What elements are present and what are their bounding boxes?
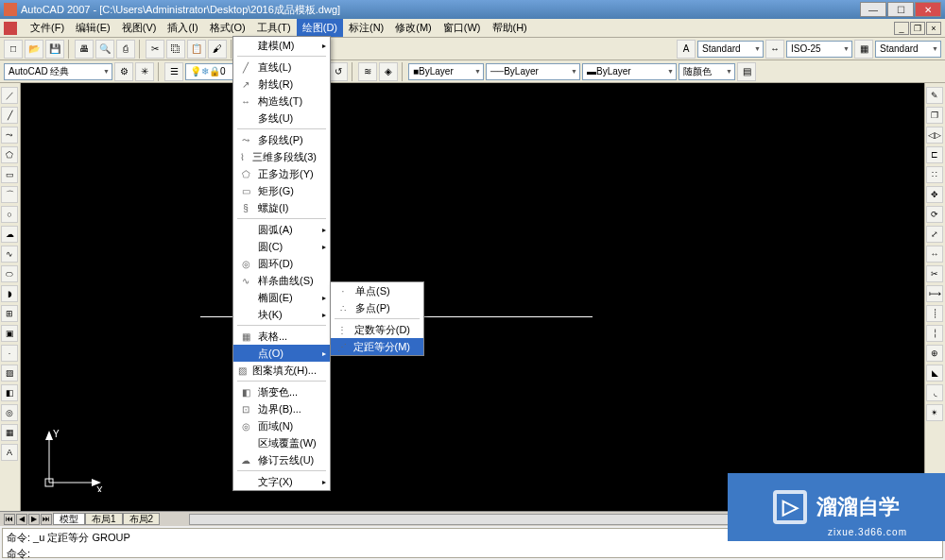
hatch-icon[interactable]: ▨: [1, 365, 18, 382]
ws-settings-icon[interactable]: ⚙: [114, 62, 133, 81]
mdi-close[interactable]: ×: [926, 22, 941, 35]
draw-polygon[interactable]: ⬠正多边形(Y): [233, 165, 330, 182]
point-single[interactable]: ·单点(S): [331, 282, 423, 299]
tab-prev[interactable]: ◀: [16, 514, 27, 525]
menu-tools[interactable]: 工具(T): [251, 19, 297, 37]
draw-pline[interactable]: ⤳多段线(P): [233, 131, 330, 148]
extend-icon[interactable]: ⟼: [926, 285, 943, 302]
lineweight-dropdown[interactable]: ▬ ByLayer: [582, 63, 677, 80]
layer-manager-icon[interactable]: ☰: [164, 62, 183, 81]
print-icon[interactable]: 🖶: [75, 40, 94, 59]
region-icon[interactable]: ◎: [1, 404, 18, 421]
layer-prev-icon[interactable]: ↺: [329, 62, 348, 81]
menu-draw[interactable]: 绘图(D): [297, 19, 343, 37]
tab-layout1[interactable]: 布局1: [85, 513, 123, 525]
mtext-icon[interactable]: A: [1, 444, 18, 461]
mdi-icon[interactable]: [4, 22, 17, 35]
point-measure[interactable]: ⋰定距等分(M): [331, 338, 423, 355]
spline-icon[interactable]: ∿: [1, 246, 18, 263]
erase-icon[interactable]: ✎: [926, 87, 943, 104]
draw-spline[interactable]: ∿样条曲线(S): [233, 272, 330, 289]
draw-xline[interactable]: ↔构造线(T): [233, 93, 330, 110]
minimize-button[interactable]: —: [860, 2, 886, 17]
insert-block-icon[interactable]: ⊞: [1, 305, 18, 322]
cut-icon[interactable]: ✂: [146, 40, 164, 59]
gradient-icon[interactable]: ◧: [1, 384, 18, 401]
draw-table[interactable]: ▦表格...: [233, 328, 330, 345]
point-icon[interactable]: ·: [1, 345, 18, 362]
line-icon[interactable]: ／: [1, 87, 18, 104]
menu-view[interactable]: 视图(V): [116, 19, 163, 37]
draw-revcloud[interactable]: ☁修订云线(U): [233, 451, 330, 468]
copy-obj-icon[interactable]: ❐: [926, 107, 943, 124]
match-icon[interactable]: 🖌: [208, 40, 227, 59]
tab-last[interactable]: ⏭: [41, 514, 52, 525]
ellipse-arc-icon[interactable]: ◗: [1, 285, 18, 302]
tab-layout2[interactable]: 布局2: [123, 513, 161, 525]
break-pt-icon[interactable]: ┊: [926, 305, 943, 322]
tab-model[interactable]: 模型: [53, 513, 85, 525]
draw-hatch[interactable]: ▨图案填充(H)...: [233, 362, 330, 379]
draw-rect[interactable]: ▭矩形(G): [233, 182, 330, 199]
trim-icon[interactable]: ✂: [926, 265, 943, 282]
offset-icon[interactable]: ⊏: [926, 146, 943, 163]
explode-icon[interactable]: ✴: [926, 404, 943, 421]
join-icon[interactable]: ⊕: [926, 345, 943, 362]
layer-state-icon[interactable]: ≋: [358, 62, 377, 81]
color-dropdown[interactable]: ■ ByLayer: [408, 63, 484, 80]
circle-icon[interactable]: ○: [1, 206, 18, 223]
copy-icon[interactable]: ⿻: [166, 40, 185, 59]
array-icon[interactable]: ∷: [926, 166, 943, 183]
stretch-icon[interactable]: ↔: [926, 246, 943, 263]
paste-icon[interactable]: 📋: [187, 40, 206, 59]
polygon-icon[interactable]: ⬠: [1, 146, 18, 163]
rotate-icon[interactable]: ⟳: [926, 206, 943, 223]
open-icon[interactable]: 📂: [25, 40, 43, 59]
scale-icon[interactable]: ⤢: [926, 226, 943, 243]
table-style-dropdown[interactable]: Standard: [875, 41, 941, 58]
draw-point[interactable]: 点(O)▸: [233, 345, 330, 362]
tab-first[interactable]: ⏮: [4, 514, 15, 525]
pline-icon[interactable]: ⤳: [1, 127, 18, 144]
menu-format[interactable]: 格式(O): [204, 19, 251, 37]
maximize-button[interactable]: ☐: [887, 2, 914, 17]
drawing-area[interactable]: Y X: [21, 83, 924, 511]
point-multi[interactable]: ∴多点(P): [331, 299, 423, 316]
draw-gradient[interactable]: ◧渐变色...: [233, 383, 330, 400]
publish-icon[interactable]: ⎙: [116, 40, 135, 59]
menu-insert[interactable]: 插入(I): [162, 19, 203, 37]
table-icon[interactable]: ▦: [1, 424, 18, 441]
chamfer-icon[interactable]: ◣: [926, 365, 943, 382]
mirror-icon[interactable]: ◁▷: [926, 127, 943, 144]
menu-dim[interactable]: 标注(N): [343, 19, 389, 37]
mdi-restore[interactable]: ❐: [910, 22, 925, 35]
make-block-icon[interactable]: ▣: [1, 325, 18, 342]
draw-line[interactable]: ╱直线(L): [233, 59, 330, 76]
save-icon[interactable]: 💾: [45, 40, 64, 59]
sheet-icon[interactable]: ▤: [737, 62, 756, 81]
menu-help[interactable]: 帮助(H): [487, 19, 533, 37]
draw-3dpoly[interactable]: ⌇三维多段线(3): [233, 148, 330, 165]
draw-block[interactable]: 块(K)▸: [233, 306, 330, 323]
dim-style-icon[interactable]: ↔: [765, 40, 784, 59]
arc-icon[interactable]: ⌒: [1, 186, 18, 203]
draw-model[interactable]: 建模(M)▸: [233, 37, 330, 54]
layer-iso-icon[interactable]: ◈: [379, 62, 398, 81]
preview-icon[interactable]: 🔍: [95, 40, 114, 59]
mdi-min[interactable]: _: [894, 22, 909, 35]
workspace-dropdown[interactable]: AutoCAD 经典: [4, 63, 112, 80]
linetype-dropdown[interactable]: ── ByLayer: [486, 63, 580, 80]
text-style-icon[interactable]: A: [677, 40, 696, 59]
menu-window[interactable]: 窗口(W): [438, 19, 487, 37]
draw-boundary[interactable]: ⊡边界(B)...: [233, 400, 330, 417]
menu-modify[interactable]: 修改(M): [389, 19, 438, 37]
draw-arc[interactable]: 圆弧(A)▸: [233, 221, 330, 238]
draw-circle[interactable]: 圆(C)▸: [233, 238, 330, 255]
ws-save-icon[interactable]: ✳: [135, 62, 154, 81]
draw-wipeout[interactable]: 区域覆盖(W): [233, 434, 330, 451]
fillet-icon[interactable]: ◟: [926, 384, 943, 401]
tab-next[interactable]: ▶: [28, 514, 40, 525]
xline-icon[interactable]: ╱: [1, 107, 18, 124]
draw-ray[interactable]: ↗射线(R): [233, 76, 330, 93]
text-style-dropdown[interactable]: Standard: [697, 41, 764, 58]
